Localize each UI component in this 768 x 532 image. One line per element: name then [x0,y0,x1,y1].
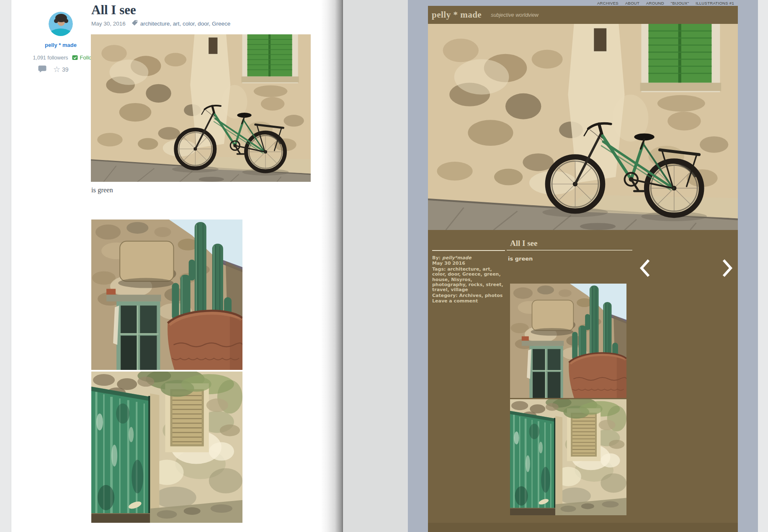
chevron-right-icon [722,259,733,277]
site-post-date: May 30 2016 [432,261,507,266]
nav-link-archives[interactable]: ARCHIVES [597,1,619,5]
star-count: 39 [62,66,69,73]
nav-link-about[interactable]: ABOUT [625,1,639,5]
star-button[interactable]: ☆ 39 [53,66,69,73]
leave-comment-link[interactable]: Leave a comment [432,299,507,304]
post-body-text: is green [91,186,113,194]
reader-actions-row: ☆ 39 [38,65,69,74]
screenshot-root: pelly * made 1,091 followers Following ☆ [0,0,768,532]
next-arrow[interactable] [722,259,733,277]
meta-divider [432,250,505,251]
site-panel: pelly * made subjective worldview [428,6,738,532]
panel-fold-shadow [321,0,343,532]
nav-link-around[interactable]: AROUND [646,1,664,5]
post-tags-links[interactable]: architecture, art, color, door, Greece [140,21,230,27]
site-post-category-links[interactable]: Category: Archives, photos [432,293,507,298]
photo-door [510,399,626,515]
avatar[interactable] [49,12,73,36]
followers-count: 1,091 followers [33,55,68,61]
photo-cactus [510,284,626,398]
site-header: pelly * made subjective worldview [428,6,738,24]
photo-cactus [91,220,242,370]
nav-link-illustrations[interactable]: ILLUSTRATIONS #1 [696,1,734,5]
site-preview-area: ARCHIVES ABOUT AROUND "BIJOUX" ILLUSTRAT… [408,0,758,532]
post-meta-row: May 30, 2016 architecture, art, color, d… [91,20,230,27]
comment-icon [38,65,46,72]
author-name-link[interactable]: pelly * made [27,42,94,48]
site-post-meta: By: pelly*made May 30 2016 Tags: archite… [432,256,507,305]
photo-bicycle [91,34,311,182]
site-post-title[interactable]: All I see [510,239,537,248]
nav-link-bijoux[interactable]: "BIJOUX" [671,1,689,5]
chevron-left-icon [639,259,650,277]
site-title-link[interactable]: pelly * made [432,10,482,20]
site-post-body: is green [508,256,533,262]
gutter-strip [343,0,408,532]
site-footer-strip [428,523,738,532]
site-tagline: subjective worldview [491,12,539,18]
photo-bicycle [428,24,738,230]
post-title[interactable]: All I see [91,3,136,18]
prev-arrow[interactable] [639,259,650,277]
title-divider [507,249,632,251]
byline-author-link: pelly*made [442,255,472,261]
site-nav: ARCHIVES ABOUT AROUND "BIJOUX" ILLUSTRAT… [408,0,758,6]
tag-icon [131,20,138,27]
byline[interactable]: By: pelly*made [432,256,507,261]
post-date: May 30, 2016 [91,21,126,27]
photo-door [91,372,242,523]
comment-button[interactable] [38,65,46,74]
star-icon: ☆ [53,66,60,73]
reader-panel: pelly * made 1,091 followers Following ☆ [11,0,321,532]
site-post-tags-links[interactable]: Tags: architecture, art, color, door, Gr… [432,267,507,293]
following-icon [72,55,78,60]
